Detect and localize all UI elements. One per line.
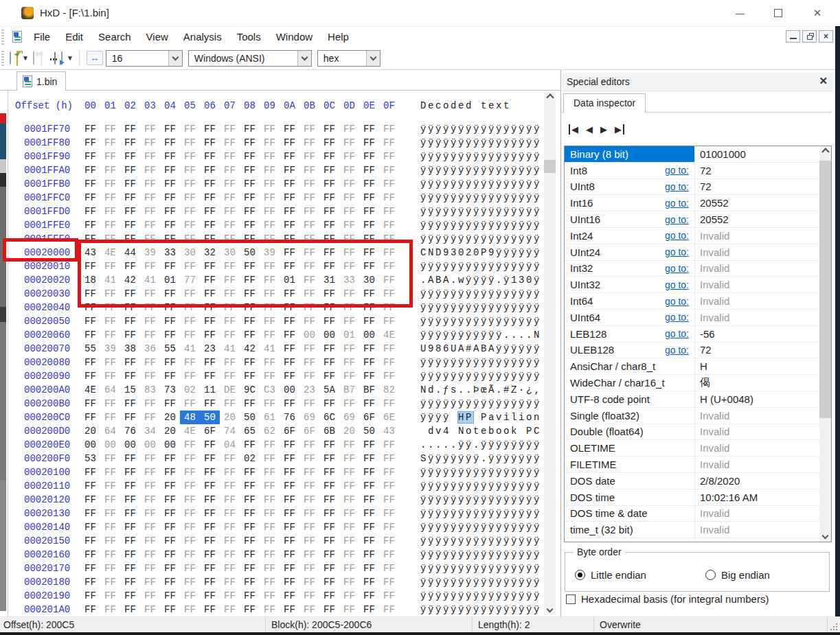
inspector-row[interactable]: Binary (8 bit)01001000	[565, 146, 819, 163]
hex-byte[interactable]: 50	[240, 411, 260, 424]
menu-item-file[interactable]: File	[26, 28, 58, 45]
hex-byte[interactable]: FF	[339, 342, 359, 356]
hex-byte[interactable]: FF	[359, 163, 379, 177]
hex-byte[interactable]: FF	[100, 122, 120, 136]
goto-link[interactable]: go to:	[665, 345, 689, 356]
hex-byte[interactable]: FF	[260, 589, 280, 603]
chevron-down-icon[interactable]	[168, 51, 182, 66]
hex-byte[interactable]: FF	[359, 342, 379, 356]
hex-byte[interactable]: FF	[200, 163, 220, 177]
hex-byte[interactable]: FF	[280, 438, 299, 452]
hex-byte[interactable]: 00	[359, 328, 379, 342]
hex-byte[interactable]: FF	[359, 314, 379, 328]
inspector-row[interactable]: Single (float32)Invalid	[565, 408, 819, 424]
hex-byte[interactable]: FF	[299, 479, 319, 493]
scroll-down-icon[interactable]	[544, 603, 556, 615]
hex-byte[interactable]: FF	[140, 520, 160, 534]
hex-byte[interactable]: FF	[260, 136, 280, 150]
hex-byte[interactable]: FF	[140, 562, 160, 575]
hex-byte[interactable]: FF	[319, 314, 339, 328]
decoded-text[interactable]: ÿÿÿÿÿÿÿÿÿÿÿÿÿÿÿÿ	[420, 590, 541, 601]
hex-byte[interactable]: 00	[80, 438, 100, 452]
hex-byte[interactable]: FF	[200, 479, 220, 493]
hex-offset[interactable]: 0001FFB0	[10, 177, 80, 191]
hex-byte[interactable]: FF	[160, 328, 180, 342]
hex-byte[interactable]: FF	[120, 314, 140, 328]
hex-byte[interactable]: FF	[240, 177, 260, 191]
hex-offset[interactable]: 0001FFE0	[10, 218, 80, 232]
hex-byte[interactable]: FF	[140, 122, 160, 136]
hex-byte[interactable]: FF	[160, 507, 180, 520]
hex-byte[interactable]: 11	[200, 383, 220, 397]
hex-byte[interactable]: FF	[100, 191, 120, 205]
nav-previous-icon[interactable]: ◀	[586, 124, 593, 135]
hex-byte[interactable]: FF	[359, 493, 379, 507]
open-file-icon[interactable]	[16, 54, 18, 66]
hex-byte[interactable]: FF	[160, 150, 180, 163]
hex-byte[interactable]: FF	[280, 122, 299, 136]
hex-byte[interactable]: 01	[339, 328, 359, 342]
hex-byte[interactable]: FF	[379, 205, 399, 218]
hex-byte[interactable]: FF	[100, 397, 120, 411]
hex-byte[interactable]: FF	[240, 534, 260, 548]
hex-byte[interactable]: FF	[140, 218, 160, 232]
hex-byte[interactable]: FF	[240, 438, 260, 452]
hex-byte[interactable]: FF	[180, 150, 200, 163]
hex-byte[interactable]: FF	[80, 150, 100, 163]
goto-link[interactable]: go to:	[665, 246, 689, 257]
hex-byte[interactable]: 5A	[319, 383, 339, 397]
inspector-row[interactable]: AnsiChar / char8_tH	[565, 358, 819, 375]
inspector-value[interactable]: 72	[694, 343, 819, 358]
hex-byte[interactable]: 00	[299, 328, 319, 342]
hex-byte[interactable]: FF	[339, 136, 359, 150]
hex-byte[interactable]: FF	[180, 218, 200, 232]
menu-item-analysis[interactable]: Analysis	[176, 28, 229, 45]
hex-byte[interactable]: FF	[200, 589, 220, 603]
hex-byte[interactable]: FF	[180, 493, 200, 507]
menu-item-edit[interactable]: Edit	[58, 28, 91, 45]
hex-byte[interactable]: FF	[280, 397, 299, 411]
hex-byte[interactable]: FF	[140, 589, 160, 603]
hex-byte[interactable]: FF	[240, 369, 260, 383]
hex-byte[interactable]: FF	[280, 548, 299, 562]
hex-byte[interactable]: 38	[120, 342, 140, 356]
goto-link[interactable]: go to:	[665, 198, 689, 209]
hex-byte[interactable]: FF	[260, 191, 280, 205]
hex-byte[interactable]: FF	[80, 548, 100, 562]
hex-byte[interactable]: FF	[280, 218, 299, 232]
hex-byte[interactable]: FF	[180, 397, 200, 411]
inspector-row[interactable]: UInt16go to:20552	[565, 211, 819, 228]
hex-byte[interactable]: FF	[140, 452, 160, 465]
hex-byte[interactable]: FF	[379, 562, 399, 575]
hex-byte[interactable]: FF	[260, 534, 280, 548]
hex-byte[interactable]: 9C	[240, 383, 260, 397]
hex-byte[interactable]: FF	[379, 603, 399, 616]
hex-byte[interactable]: FF	[240, 465, 260, 479]
hex-byte[interactable]: FF	[220, 177, 240, 191]
hex-byte[interactable]: FF	[80, 411, 100, 424]
hex-byte[interactable]: 36	[140, 342, 160, 356]
hex-byte[interactable]: 69	[339, 411, 359, 424]
hex-byte[interactable]: FF	[160, 575, 180, 589]
hex-byte[interactable]: FF	[220, 356, 240, 369]
decoded-text[interactable]: ÿÿÿÿÿÿÿÿÿÿÿÿÿÿÿÿ	[420, 151, 541, 162]
hex-byte[interactable]: FF	[240, 479, 260, 493]
decoded-text[interactable]: ÿÿÿÿÿÿÿÿÿÿÿÿÿÿÿÿ	[420, 192, 541, 203]
hex-byte[interactable]: FF	[180, 520, 200, 534]
inspector-row[interactable]: Int24go to:Invalid	[565, 228, 819, 244]
hex-byte[interactable]: FF	[80, 562, 100, 575]
hex-byte[interactable]: FF	[379, 397, 399, 411]
hex-byte[interactable]: FF	[120, 548, 140, 562]
hex-byte[interactable]: FF	[100, 603, 120, 616]
inspector-value[interactable]: -56	[694, 326, 819, 342]
hex-byte[interactable]: FF	[240, 562, 260, 575]
hex-byte[interactable]: FF	[160, 589, 180, 603]
hex-byte[interactable]: FF	[319, 520, 339, 534]
hex-byte[interactable]: FF	[80, 356, 100, 369]
hex-byte[interactable]: FF	[299, 589, 319, 603]
decoded-text[interactable]: ÿÿÿÿÿÿÿÿÿÿÿÿÿÿÿÿ	[420, 124, 541, 135]
hex-byte[interactable]: FF	[160, 534, 180, 548]
hex-offset[interactable]: 00020070	[10, 342, 80, 356]
hex-byte[interactable]: FF	[120, 136, 140, 150]
hex-byte[interactable]: 4E	[80, 383, 100, 397]
